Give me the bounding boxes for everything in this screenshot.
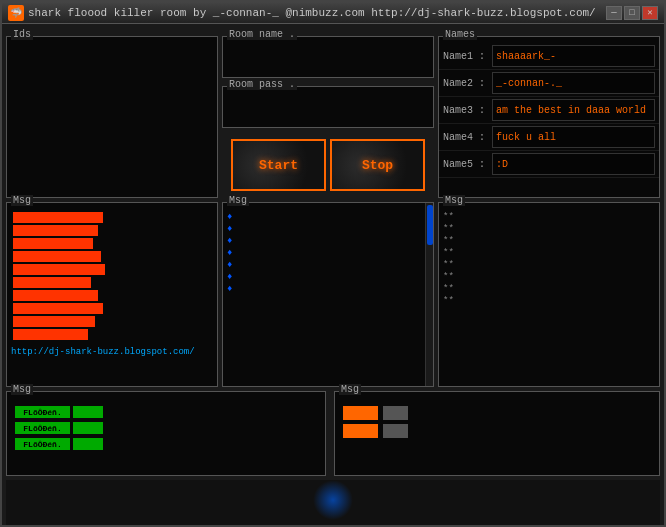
flood-bar [13,329,88,340]
flood-item [11,250,213,263]
name3-key: Name3 : [443,105,488,116]
scroll-thumb [427,205,433,245]
msg-right-label: Msg [443,195,465,206]
bottom-msg-left-label: Msg [11,384,33,395]
name1-key: Name1 : [443,51,488,62]
row3: Msg FLõÔÐéñ. FLõÔÐéñ. [6,391,660,476]
room-name-label: Room name . [227,29,297,40]
stop-btn-label: Stop [362,158,393,173]
star-item: ** [443,283,655,295]
app-window: 🦈 shark floood killer room by _-connan-_… [0,0,666,527]
msg-left-panel: Msg http://dj-shark-buzz.blogspot.com/ [6,202,218,387]
flood-green-badge-3: FLõÔÐéñ. [15,438,70,450]
title-text: shark floood killer room by _-connan-_ @… [28,7,606,19]
name1-value: shaaaark_- [496,51,556,62]
star-item: ** [443,235,655,247]
room-pass-panel: Room pass . [222,86,434,128]
start-btn-label: Start [259,158,298,173]
flood-bar [13,290,98,301]
flood-bar [13,225,98,236]
msg-center-label: Msg [227,195,249,206]
names-list: Name1 : shaaaark_- Name2 : _-connan-._ N… [439,43,659,178]
link-row: http://dj-shark-buzz.blogspot.com/ [11,341,213,357]
star-item: ** [443,259,655,271]
name4-key: Name4 : [443,132,488,143]
star-item: ** [443,211,655,223]
room-pass-label: Room pass . [227,79,297,90]
name3-value: am the best in daaa world [496,105,646,116]
row2: Msg http://dj-shark-buzz.blogspot.com/ [6,202,660,387]
blue-glow-effect [313,480,353,520]
msg-left-label: Msg [11,195,33,206]
minimize-button[interactable]: — [606,6,622,20]
flood-green-bar-3 [73,438,103,450]
row1: Ids Room name . Room pass . Start [6,28,660,198]
dot-item: ♦ [227,271,429,283]
content-area: Ids Room name . Room pass . Start [2,24,664,525]
stars-list: ** ** ** ** ** ** ** ** [439,207,659,311]
bottom-dark-area [6,480,660,525]
bottom-right-flood-list [335,400,659,444]
maximize-button[interactable]: □ [624,6,640,20]
flood-item [11,289,213,302]
name5-key: Name5 : [443,159,488,170]
scrollbar[interactable] [425,203,433,386]
star-item: ** [443,247,655,259]
name2-box: _-connan-._ [492,72,655,94]
ids-panel: Ids [6,36,218,198]
flood-item [11,237,213,250]
flood-item [11,211,213,224]
flood-label-3: FLõÔÐéñ. [23,440,61,449]
name-row-2: Name2 : _-connan-._ [439,70,659,97]
msg-right-panel: Msg ** ** ** ** ** ** ** ** [438,202,660,387]
names-panel: Names Name1 : shaaaark_- Name2 : _-conna… [438,36,660,198]
link-text[interactable]: http://dj-shark-buzz.blogspot.com/ [11,347,195,357]
flood-item [11,315,213,328]
app-icon: 🦈 [8,5,24,21]
dot-item: ♦ [227,235,429,247]
name-row-3: Name3 : am the best in daaa world [439,97,659,124]
name4-value: fuck u all [496,132,556,143]
bottom-msg-left-panel: Msg FLõÔÐéñ. FLõÔÐéñ. [6,391,326,476]
room-name-input[interactable] [223,45,433,77]
flood-bar [13,277,91,288]
dot-item: ♦ [227,223,429,235]
flood-green-bar-1 [73,406,103,418]
flood-bar [13,264,105,275]
flood-item [11,263,213,276]
dot-item: ♦ [227,259,429,271]
bottom-right-flood-row-2 [339,422,655,440]
flood-label-1: FLõÔÐéñ. [23,408,61,417]
flood-orange-bar-2 [343,424,378,438]
name-row-5: Name5 : :D [439,151,659,178]
msg-center-panel: Msg ♦ ♦ ♦ ♦ ♦ ♦ ♦ [222,202,434,387]
ids-textarea[interactable] [7,37,217,199]
name2-value: _-connan-._ [496,78,562,89]
flood-gray-bar-2 [383,424,408,438]
flood-green-badge-1: FLõÔÐéñ. [15,406,70,418]
flood-item [11,276,213,289]
bottom-msg-right-panel: Msg [334,391,660,476]
flood-label-2: FLõÔÐéñ. [23,424,61,433]
stop-button[interactable]: Stop [330,139,425,191]
name5-box: :D [492,153,655,175]
flood-bar [13,238,93,249]
bottom-flood-row-1: FLõÔÐéñ. [11,404,321,420]
name2-key: Name2 : [443,78,488,89]
flood-bar [13,251,101,262]
bottom-right-flood-row-1 [339,404,655,422]
title-bar: 🦈 shark floood killer room by _-connan-_… [2,2,664,24]
flood-bar [13,316,95,327]
room-pass-input[interactable] [223,95,433,127]
name5-value: :D [496,159,508,170]
name-row-1: Name1 : shaaaark_- [439,43,659,70]
flood-green-bar-2 [73,422,103,434]
title-controls: — □ ✕ [606,6,658,20]
close-button[interactable]: ✕ [642,6,658,20]
dot-item: ♦ [227,211,429,223]
name-row-4: Name4 : fuck u all [439,124,659,151]
flood-item [11,302,213,315]
center-column: Room name . Room pass . Start Stop [222,28,434,198]
star-item: ** [443,223,655,235]
start-button[interactable]: Start [231,139,326,191]
